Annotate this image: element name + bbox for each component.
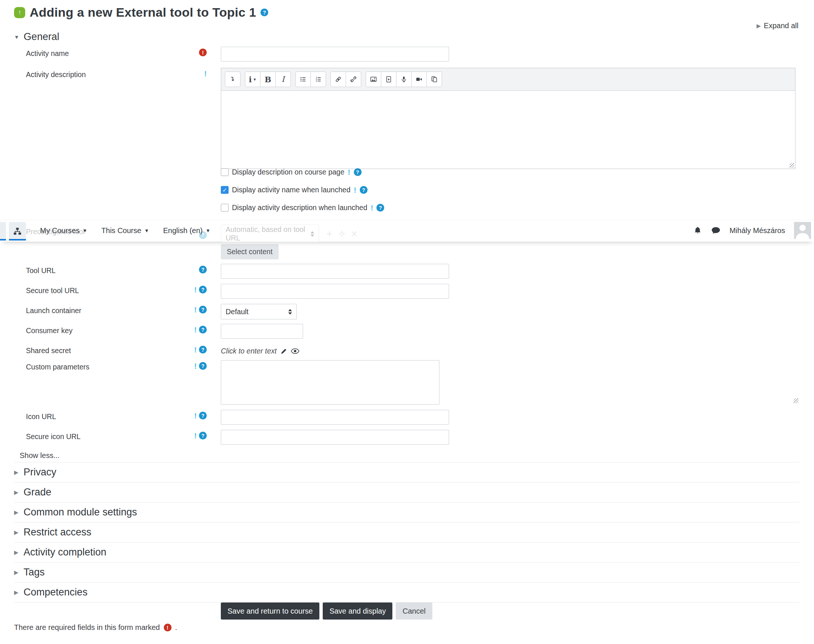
form-actions: Save and return to course Save and displ… <box>221 603 432 619</box>
help-icon[interactable]: ? <box>199 362 207 370</box>
section-header-general[interactable]: ▼ General <box>14 31 59 43</box>
info-icon[interactable]: ! <box>194 346 197 354</box>
section-header-activity-completion[interactable]: ▶Activity completion <box>14 542 800 562</box>
navbar-tab-fragment[interactable] <box>0 222 6 241</box>
nav-my-courses[interactable]: My Courses ▼ <box>40 226 87 235</box>
help-icon[interactable]: ? <box>199 286 207 293</box>
nav-my-courses-label: My Courses <box>40 226 80 235</box>
eye-icon[interactable] <box>291 348 299 354</box>
chevron-down-icon: ▼ <box>83 228 87 233</box>
help-icon[interactable]: ? <box>199 326 207 333</box>
info-icon[interactable]: ! <box>194 306 197 313</box>
show-less-link[interactable]: Show less... <box>20 451 60 460</box>
expand-caret-icon: ▶ <box>14 509 18 516</box>
nav-language[interactable]: English (en) ▼ <box>163 226 210 235</box>
record-audio-icon[interactable] <box>396 72 412 87</box>
section-label: Privacy <box>24 466 57 478</box>
editor-content-area[interactable] <box>221 91 795 169</box>
save-and-return-button[interactable]: Save and return to course <box>221 603 319 619</box>
expand-all-link[interactable]: ▶ Expand all <box>757 21 799 30</box>
info-icon[interactable]: ! <box>194 432 197 440</box>
external-tool-icon: ↑ <box>14 7 25 18</box>
paragraph-styles-icon[interactable]: i▼ <box>245 72 261 87</box>
info-icon[interactable]: ! <box>194 412 197 419</box>
nav-language-label: English (en) <box>163 226 203 235</box>
consumer-key-input[interactable] <box>221 324 303 339</box>
activity-description-label: Activity description <box>14 68 177 79</box>
help-icon[interactable]: ? <box>376 204 384 212</box>
bold-icon[interactable]: B <box>260 72 276 87</box>
user-name[interactable]: Mihály Mészáros <box>730 226 785 235</box>
bell-icon[interactable] <box>693 226 702 235</box>
section-label: Activity completion <box>24 547 107 558</box>
section-header-restrict-access[interactable]: ▶Restrict access <box>14 522 800 542</box>
insert-media-icon[interactable] <box>381 72 396 87</box>
section-header-competencies[interactable]: ▶Competencies <box>14 582 800 602</box>
save-and-display-button[interactable]: Save and display <box>323 603 392 619</box>
launch-container-value: Default <box>225 308 248 316</box>
checkbox-display-activity-description[interactable] <box>221 204 228 212</box>
chat-icon[interactable] <box>711 226 720 235</box>
expand-caret-icon: ▶ <box>14 489 18 496</box>
resize-grip-icon[interactable] <box>794 398 799 403</box>
unordered-list-icon[interactable] <box>295 72 311 87</box>
insert-image-icon[interactable] <box>366 72 381 87</box>
help-icon[interactable]: ? <box>360 186 368 194</box>
info-icon[interactable]: ! <box>194 362 197 370</box>
nav-this-course[interactable]: This Course ▼ <box>101 226 149 235</box>
section-header-grade[interactable]: ▶Grade <box>14 482 800 502</box>
help-icon[interactable]: ? <box>199 346 207 354</box>
section-header-common-module-settings[interactable]: ▶Common module settings <box>14 502 800 522</box>
help-icon[interactable]: ? <box>199 306 207 313</box>
info-icon[interactable]: ! <box>204 70 207 77</box>
shared-secret-label: Shared secret <box>14 344 177 355</box>
collapse-toolbar-icon[interactable] <box>225 72 241 87</box>
help-icon[interactable]: ? <box>199 432 207 440</box>
secure-tool-url-label: Secure tool URL <box>14 284 177 295</box>
required-note-text: There are required fields in this form m… <box>14 623 160 632</box>
shared-secret-placeholder[interactable]: Click to enter text <box>221 347 277 355</box>
activity-name-input[interactable] <box>221 47 449 61</box>
ordered-list-icon[interactable]: 123 <box>311 72 326 87</box>
help-icon[interactable]: ? <box>261 9 268 16</box>
record-video-icon[interactable] <box>411 72 427 87</box>
section-header-tags[interactable]: ▶Tags <box>14 562 800 582</box>
secure-tool-url-input[interactable] <box>221 284 449 299</box>
help-icon[interactable]: ? <box>199 412 207 419</box>
italic-icon[interactable]: I <box>275 72 291 87</box>
site-home-tab[interactable] <box>9 222 26 241</box>
section-label: Competencies <box>24 587 88 598</box>
link-icon[interactable] <box>331 72 346 87</box>
checkbox-display-description[interactable] <box>221 168 228 176</box>
section-general-label: General <box>24 31 59 43</box>
help-icon[interactable]: ? <box>199 266 207 273</box>
help-icon[interactable]: ? <box>354 168 362 176</box>
launch-container-label: Launch container <box>14 304 177 315</box>
nav-this-course-label: This Course <box>101 226 141 235</box>
pencil-icon[interactable] <box>281 348 287 354</box>
launch-container-select[interactable]: Default <box>221 304 297 319</box>
required-fields-note: There are required fields in this form m… <box>14 623 177 632</box>
icon-url-row: Icon URL ! ? <box>14 410 800 425</box>
icon-url-input[interactable] <box>221 410 449 425</box>
info-icon[interactable]: ! <box>194 286 197 293</box>
tool-url-label: Tool URL <box>14 264 177 275</box>
info-icon[interactable]: ! <box>371 204 373 212</box>
secure-tool-url-row: Secure tool URL ! ? <box>14 284 800 299</box>
tool-url-input[interactable] <box>221 264 449 279</box>
manage-files-icon[interactable] <box>426 72 442 87</box>
resize-grip-icon[interactable] <box>789 163 794 168</box>
checkbox-display-activity-name[interactable]: ✓ <box>221 186 228 194</box>
info-icon[interactable]: ! <box>354 186 356 194</box>
custom-parameters-textarea[interactable] <box>221 360 439 405</box>
secure-icon-url-input[interactable] <box>221 430 449 445</box>
unlink-icon[interactable] <box>346 72 361 87</box>
select-content-button[interactable]: Select content <box>221 244 279 259</box>
activity-name-row: Activity name ! <box>14 47 800 61</box>
expand-caret-icon: ▶ <box>14 549 18 556</box>
cancel-button[interactable]: Cancel <box>396 603 432 619</box>
avatar[interactable] <box>794 222 811 239</box>
section-header-privacy[interactable]: ▶Privacy <box>14 462 800 482</box>
info-icon[interactable]: ! <box>348 168 351 176</box>
info-icon[interactable]: ! <box>194 326 197 333</box>
